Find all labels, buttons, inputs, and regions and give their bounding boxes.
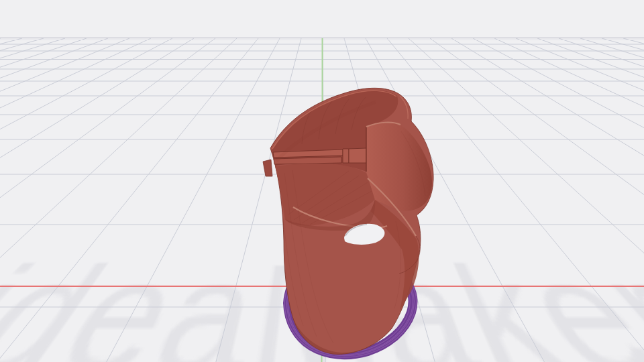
grid-line (516, 38, 644, 362)
grid-line (559, 38, 644, 362)
grid-line (602, 38, 644, 362)
grid-line (537, 38, 644, 362)
grid-line (0, 38, 258, 362)
grid-line (0, 38, 1, 362)
grid-line (0, 38, 129, 362)
grid-line (0, 38, 194, 362)
grid-line (623, 38, 644, 362)
grid-line (0, 38, 108, 362)
grid-line (0, 38, 151, 362)
grid-line (473, 38, 644, 362)
grid-line (409, 38, 644, 362)
grid-line (107, 38, 280, 362)
model-left-step (263, 160, 272, 176)
grid-line (0, 38, 65, 362)
viewport-3d[interactable]: ideaMaker (0, 0, 644, 362)
grid-line (0, 38, 172, 362)
grid-line (0, 38, 44, 362)
grid-line (494, 38, 644, 362)
grid-line (0, 38, 215, 362)
grid-line (0, 38, 87, 362)
scene-canvas[interactable] (0, 0, 644, 362)
grid-line (451, 38, 644, 362)
grid-line (0, 38, 237, 362)
